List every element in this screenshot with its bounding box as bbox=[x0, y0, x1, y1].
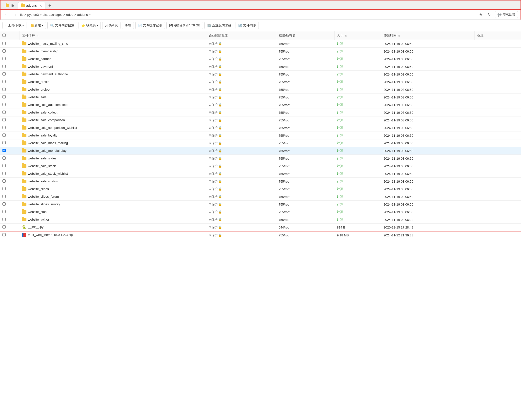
forward-button[interactable]: → bbox=[12, 12, 18, 17]
row-name[interactable]: website_slides_survey bbox=[20, 201, 206, 208]
table-row[interactable]: website_sale_comparison未保护 🔒755/root计算20… bbox=[0, 116, 521, 124]
row-checkbox[interactable] bbox=[2, 72, 6, 76]
row-name[interactable]: website_sale_wishlist bbox=[20, 178, 206, 185]
table-row[interactable]: website_sale_mass_mailing未保护 🔒755/root计算… bbox=[0, 139, 521, 147]
row-name[interactable]: website_sale_stock_wishlist bbox=[20, 170, 206, 178]
row-name[interactable]: website_sale_collect bbox=[20, 109, 206, 116]
row-checkbox[interactable] bbox=[2, 233, 6, 236]
row-name[interactable]: website_sale_mondialrelay bbox=[20, 147, 206, 155]
header-checkbox[interactable] bbox=[0, 31, 20, 40]
row-checkbox[interactable] bbox=[2, 126, 6, 129]
row-checkbox[interactable] bbox=[2, 202, 6, 206]
row-name[interactable]: website_sale_slides bbox=[20, 155, 206, 162]
table-row[interactable]: website_profile未保护 🔒755/root计算2024-11-19… bbox=[0, 78, 521, 86]
header-protection[interactable]: 企业级防篡改 bbox=[206, 31, 276, 40]
row-checkbox[interactable] bbox=[2, 141, 6, 144]
row-name[interactable]: website_sms bbox=[20, 208, 206, 216]
row-checkbox[interactable] bbox=[2, 111, 6, 114]
select-all-checkbox[interactable] bbox=[2, 34, 6, 37]
row-checkbox[interactable] bbox=[2, 149, 6, 152]
table-row[interactable]: website_partner未保护 🔒755/root计算2024-11-19… bbox=[0, 55, 521, 63]
table-row[interactable]: website_payment未保护 🔒755/root计算2024-11-19… bbox=[0, 63, 521, 71]
bookmark-star-button[interactable]: ★ bbox=[478, 12, 484, 17]
row-name[interactable]: website_slides bbox=[20, 185, 206, 193]
new-button[interactable]: 新建 ▾ bbox=[28, 22, 46, 29]
header-notes[interactable]: 备注 bbox=[474, 31, 521, 40]
table-row[interactable]: 🐍__init__.py未保护 🔒644/root814 B2020-12-15… bbox=[0, 224, 521, 231]
row-name[interactable]: Zmuk_web_theme-18.0.1.2.3.zip bbox=[20, 231, 206, 239]
row-checkbox[interactable] bbox=[2, 218, 6, 221]
row-name[interactable]: website_project bbox=[20, 86, 206, 94]
header-filename[interactable]: 文件名称 ⇅ bbox=[20, 31, 206, 40]
header-owner[interactable]: 权限/所有者 bbox=[276, 31, 334, 40]
row-checkbox[interactable] bbox=[2, 88, 6, 91]
back-button[interactable]: ← bbox=[3, 12, 10, 17]
share-button[interactable]: 分享列表 bbox=[102, 22, 120, 29]
row-checkbox[interactable] bbox=[2, 210, 6, 213]
table-row[interactable]: website_slides_survey未保护 🔒755/root计算2024… bbox=[0, 201, 521, 208]
row-checkbox[interactable] bbox=[2, 80, 6, 83]
row-checkbox[interactable] bbox=[2, 57, 6, 60]
row-checkbox[interactable] bbox=[2, 187, 6, 190]
table-row[interactable]: website_project未保护 🔒755/root计算2024-11-19… bbox=[0, 86, 521, 94]
row-name[interactable]: website_sale_stock bbox=[20, 162, 206, 170]
table-row[interactable]: website_slides_forum未保护 🔒755/root计算2024-… bbox=[0, 193, 521, 201]
row-checkbox[interactable] bbox=[2, 164, 6, 167]
row-checkbox[interactable] bbox=[2, 156, 6, 160]
row-name[interactable]: website_twitter bbox=[20, 216, 206, 224]
row-checkbox[interactable] bbox=[2, 65, 6, 68]
table-row[interactable]: website_slides未保护 🔒755/root计算2024-11-19 … bbox=[0, 185, 521, 193]
feedback-button[interactable]: 💬 需求反馈 bbox=[495, 11, 518, 18]
breadcrumb-dist-packages[interactable]: dist-packages bbox=[42, 13, 62, 17]
breadcrumb-addons[interactable]: addons bbox=[77, 13, 88, 17]
row-name[interactable]: website_sale bbox=[20, 94, 206, 101]
row-name[interactable]: website_sale_loyalty bbox=[20, 132, 206, 139]
row-name[interactable]: 🐍__init__.py bbox=[20, 224, 206, 231]
row-name[interactable]: website_payment_authorize bbox=[20, 71, 206, 78]
row-checkbox[interactable] bbox=[2, 118, 6, 121]
row-name[interactable]: website_membership bbox=[20, 48, 206, 55]
refresh-button[interactable]: ↻ bbox=[486, 12, 492, 17]
header-modified[interactable]: 修改时间 ⇅ bbox=[381, 31, 474, 40]
row-checkbox[interactable] bbox=[2, 103, 6, 106]
table-row[interactable]: Zmuk_web_theme-18.0.1.2.3.zip未保护 🔒755/ro… bbox=[0, 231, 521, 239]
enterprise-button[interactable]: 🏢 企业级防篡改 bbox=[204, 22, 234, 29]
tab-addons[interactable]: addons ✕ bbox=[18, 2, 45, 9]
row-checkbox[interactable] bbox=[2, 225, 6, 229]
row-checkbox[interactable] bbox=[2, 42, 6, 45]
table-row[interactable]: website_sale_stock_wishlist未保护 🔒755/root… bbox=[0, 170, 521, 178]
breadcrumb-odoo[interactable]: odoo bbox=[66, 13, 73, 17]
table-row[interactable]: website_sale_autocomplete未保护 🔒755/root计算… bbox=[0, 101, 521, 109]
table-row[interactable]: website_payment_authorize未保护 🔒755/root计算… bbox=[0, 71, 521, 78]
row-checkbox[interactable] bbox=[2, 172, 6, 175]
row-checkbox[interactable] bbox=[2, 49, 6, 53]
row-name[interactable]: website_sale_mass_mailing bbox=[20, 139, 206, 147]
row-checkbox[interactable] bbox=[2, 179, 6, 183]
table-row[interactable]: website_sale_loyalty未保护 🔒755/root计算2024-… bbox=[0, 132, 521, 139]
table-row[interactable]: website_sale_wishlist未保护 🔒755/root计算2024… bbox=[0, 178, 521, 185]
row-checkbox[interactable] bbox=[2, 95, 6, 98]
row-name[interactable]: website_profile bbox=[20, 78, 206, 86]
header-size[interactable]: 大小 ⇅ bbox=[334, 31, 381, 40]
row-name[interactable]: website_slides_forum bbox=[20, 193, 206, 201]
sync-button[interactable]: 🔄 文件同步 bbox=[236, 22, 259, 29]
row-name[interactable]: website_sale_comparison_wishlist bbox=[20, 124, 206, 132]
row-name[interactable]: website_sale_autocomplete bbox=[20, 101, 206, 109]
table-row[interactable]: website_membership未保护 🔒755/root计算2024-11… bbox=[0, 48, 521, 55]
file-ops-button[interactable]: 📄 文件操作记录 bbox=[135, 22, 165, 29]
table-row[interactable]: website_twitter未保护 🔒755/root计算2024-11-19… bbox=[0, 216, 521, 224]
table-row[interactable]: website_sale未保护 🔒755/root计算2024-11-19 03… bbox=[0, 94, 521, 101]
row-name[interactable]: website_payment bbox=[20, 63, 206, 71]
row-checkbox[interactable] bbox=[2, 134, 6, 137]
terminal-button[interactable]: 终端 bbox=[122, 22, 134, 29]
search-button[interactable]: 🔍 文件内容搜索 bbox=[47, 22, 77, 29]
table-row[interactable]: website_sale_stock未保护 🔒755/root计算2024-11… bbox=[0, 162, 521, 170]
tab-lib[interactable]: lib bbox=[2, 2, 17, 9]
tab-addons-close[interactable]: ✕ bbox=[39, 4, 42, 7]
table-row[interactable]: website_sms未保护 🔒755/root计算2024-11-19 03:… bbox=[0, 208, 521, 216]
breadcrumb-lib[interactable]: lib bbox=[20, 13, 23, 17]
breadcrumb-python3[interactable]: python3 bbox=[27, 13, 39, 17]
table-row[interactable]: website_sale_collect未保护 🔒755/root计算2024-… bbox=[0, 109, 521, 116]
row-name[interactable]: website_mass_mailing_sms bbox=[20, 40, 206, 48]
bookmarks-button[interactable]: ⭐ 收藏夹 ▾ bbox=[79, 22, 101, 29]
